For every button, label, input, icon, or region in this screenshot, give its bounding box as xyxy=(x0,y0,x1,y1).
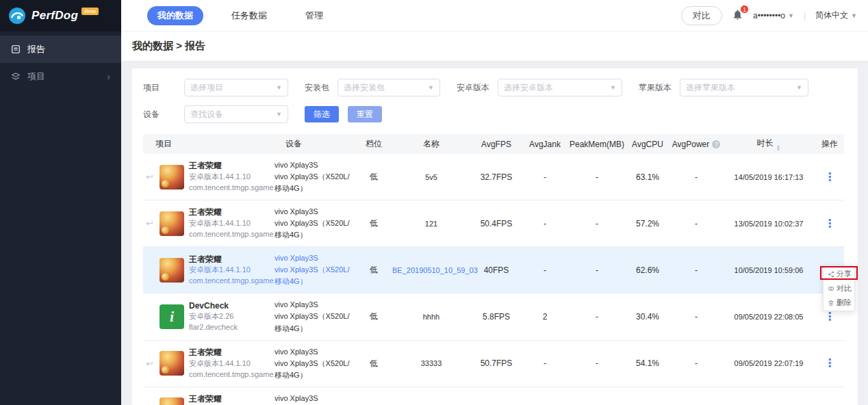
grade-cell: 低 xyxy=(357,200,391,247)
honor-of-kings-app-icon xyxy=(159,351,184,376)
device-cell: vivo Xplay3Svivo Xplay3S（X520L/移动4G） xyxy=(275,206,355,241)
avgfps-cell: 50.4FPS xyxy=(472,200,521,247)
language-selector[interactable]: 简体中文 ▼ xyxy=(815,10,857,21)
reset-button[interactable]: 重置 xyxy=(348,106,382,122)
row-actions-button[interactable]: ⋮ xyxy=(820,170,839,184)
device-select[interactable]: 查找设备 ▼ xyxy=(184,105,288,123)
name-cell-td: hhhh xyxy=(391,293,472,340)
tab-task-data[interactable]: 任务数据 xyxy=(221,6,277,25)
table-row[interactable]: ↩王者荣耀安卓版本1.44.1.10com.tencent.tmgp.sgame… xyxy=(143,154,844,200)
tab-my-data[interactable]: 我的数据 xyxy=(147,6,203,25)
peakmem-cell: - xyxy=(569,340,625,387)
avgjank-cell: - xyxy=(521,247,569,293)
app-name: DevCheck xyxy=(189,300,238,312)
perfdog-logo[interactable]: PerfDog Beta xyxy=(0,0,121,31)
username: a••••••••o xyxy=(753,11,785,21)
help-icon[interactable]: ? xyxy=(712,140,720,148)
share-icon xyxy=(828,271,834,278)
project-select[interactable]: 选择项目 ▼ xyxy=(184,79,288,96)
sidebar-item-label: 报告 xyxy=(27,43,45,55)
name-cell-td: 5v5 xyxy=(391,154,472,200)
project-cell: ↩王者荣耀安卓版本1.44.1.10com.tencent.tmgp.sgame xyxy=(143,247,273,293)
sidebar-item-projects[interactable]: 项目 › xyxy=(0,63,121,90)
peakmem-cell: - xyxy=(569,387,625,405)
content-area: 项目 选择项目 ▼ 安装包 选择安装包 ▼ 安卓版本 选择安卓版本 ▼ xyxy=(121,62,868,405)
app-package: com.tencent.tmgp.sgame xyxy=(189,276,272,287)
peakmem-cell: - xyxy=(569,293,625,340)
device-cell-td: vivo Xplay3Svivo Xplay3S（X520L/移动4G） xyxy=(273,247,357,293)
chevron-down-icon: ▼ xyxy=(788,12,794,19)
sort-icons[interactable]: ▲▼ xyxy=(776,144,781,151)
chevron-down-icon: ▼ xyxy=(796,84,802,91)
table-row[interactable]: ↩王者荣耀安卓版本1.44.1.10com.tencent.tmgp.sgame… xyxy=(143,387,844,405)
row-actions-button[interactable]: ⋮ xyxy=(820,217,839,231)
android-version-select[interactable]: 选择安卓版本 ▼ xyxy=(498,79,622,96)
app-package: flar2.devcheck xyxy=(189,322,238,333)
table-body: ↩王者荣耀安卓版本1.44.1.10com.tencent.tmgp.sgame… xyxy=(143,154,844,405)
row-actions-button[interactable]: ⋮ xyxy=(820,356,839,370)
avgjank-cell: - xyxy=(521,154,569,200)
device-cell: vivo Xplay3Svivo Xplay3S（X520L/移动4G） xyxy=(275,299,355,334)
ios-version-select[interactable]: 选择苹果版本 ▼ xyxy=(680,79,808,96)
menu-item-compare[interactable]: 对比 xyxy=(824,281,854,296)
sidebar-item-label: 项目 xyxy=(27,70,45,83)
menu-item-delete[interactable]: 删除 xyxy=(824,296,854,310)
name-cell-td: test111 xyxy=(391,387,472,405)
app-version: 安卓版本1.44.1.10 xyxy=(189,218,272,229)
notification-badge: 1 xyxy=(740,5,749,14)
table-row[interactable]: ↩王者荣耀安卓版本1.44.1.10com.tencent.tmgp.sgame… xyxy=(143,247,844,293)
avgjank-cell: - xyxy=(521,200,569,247)
header-avgjank: AvgJank xyxy=(521,134,569,154)
package-select[interactable]: 选择安装包 ▼ xyxy=(337,79,440,96)
device-filter-label: 设备 xyxy=(143,109,176,120)
notification-bell[interactable]: 1 xyxy=(732,9,743,23)
compare-button[interactable]: 对比 xyxy=(681,6,722,25)
header-grade: 档位 xyxy=(357,134,391,154)
reports-table: 项目 设备 档位 名称 AvgFPS AvgJank PeakMem(MB) A… xyxy=(143,134,844,405)
chevron-down-icon: ▼ xyxy=(276,84,282,91)
header-avgcpu: AvgCPU xyxy=(625,134,670,154)
app-package: com.tencent.tmgp.sgame xyxy=(189,229,272,240)
chevron-right-icon: › xyxy=(107,71,110,82)
app-package: com.tencent.tmgp.sgame xyxy=(189,369,272,380)
header-device: 设备 xyxy=(273,134,357,154)
device-cell: vivo Xplay3Svivo Xplay3S（X520L/移动4G） xyxy=(275,159,355,194)
app-root: PerfDog Beta 报告 项目 › 我的数据 任务数据 xyxy=(0,0,868,405)
actions-cell: ⋮ xyxy=(815,154,844,200)
project-cell: ↩王者荣耀安卓版本1.44.1.10com.tencent.tmgp.sgame xyxy=(143,387,273,405)
actions-cell: ⋮ xyxy=(815,387,844,405)
table-row[interactable]: ↩iDevCheck安卓版本2.26flar2.devcheckvivo Xpl… xyxy=(143,293,844,340)
header-avgfps: AvgFPS xyxy=(472,134,521,154)
duration-cell: 14/05/2019 16:17:13 xyxy=(722,154,815,200)
avgfps-cell: 40FPS xyxy=(472,247,521,293)
tab-admin[interactable]: 管理 xyxy=(295,6,333,25)
duration-cell: 09/05/2019 22:07:19 xyxy=(722,340,815,387)
device-cell-td: vivo Xplay3Svivo Xplay3S（X520L/移动4G） xyxy=(273,154,357,200)
filter-button[interactable]: 筛选 xyxy=(305,106,339,122)
project-cell: ↩iDevCheck安卓版本2.26flar2.devcheck xyxy=(143,293,273,340)
name-cell: 5v5 xyxy=(425,173,437,181)
duration-cell: 13/05/2019 10:02:37 xyxy=(722,200,815,247)
header-avgpower: AvgPower? xyxy=(670,134,722,154)
header-actions: 操作 xyxy=(815,134,844,154)
sidebar-item-reports[interactable]: 报告 xyxy=(0,36,121,63)
compare-icon xyxy=(828,285,834,292)
chevron-down-icon: ▼ xyxy=(428,84,434,91)
avgpower-cell: - xyxy=(670,387,722,405)
row-actions-button[interactable]: ⋮ xyxy=(820,310,839,324)
avgfps-cell: 46.3FPS xyxy=(472,387,521,405)
user-menu[interactable]: a••••••••o ▼ xyxy=(753,11,794,21)
grade-cell: 低 xyxy=(357,154,391,200)
app-name: 王者荣耀 xyxy=(189,393,272,405)
avgjank-cell: - xyxy=(521,340,569,387)
header-name: 名称 xyxy=(391,134,472,154)
device-cell-td: vivo Xplay3Svivo Xplay3S（X520L/移动4G） xyxy=(273,200,357,247)
table-row[interactable]: ↩王者荣耀安卓版本1.44.1.10com.tencent.tmgp.sgame… xyxy=(143,340,844,387)
menu-item-share[interactable]: 分享 xyxy=(824,267,854,281)
reply-arrow-icon: ↩ xyxy=(144,218,155,228)
duration-cell: 09/05/2019 22:07:11 xyxy=(722,387,815,405)
honor-of-kings-app-icon xyxy=(159,165,184,190)
table-row[interactable]: ↩王者荣耀安卓版本1.44.1.10com.tencent.tmgp.sgame… xyxy=(143,200,844,247)
app-name: 王者荣耀 xyxy=(189,347,272,358)
grade-cell: 低 xyxy=(357,247,391,293)
